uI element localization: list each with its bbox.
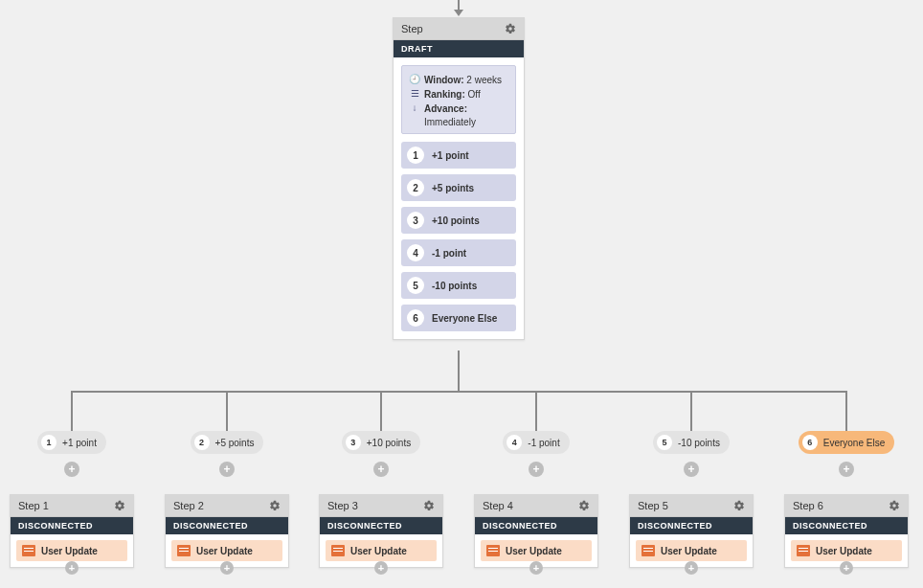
branch-number: 4 [507,435,522,450]
child-step-header: Step 3 [320,495,442,517]
entry-arrow [458,0,460,11]
child-step-title: Step 4 [483,500,513,511]
child-step-title: Step 2 [173,500,204,511]
down-arrow-icon: ↓ [410,102,419,112]
action-row[interactable]: User Update [636,540,747,561]
branch-pill[interactable]: 2+5 points [191,431,264,454]
child-step-header: Step 2 [166,495,288,517]
action-row[interactable]: User Update [171,540,282,561]
option-number: 3 [407,212,424,229]
workflow-canvas[interactable]: Step DRAFT 🕘 Window: 2 weeks ☰ Ranking: … [0,0,923,588]
action-row[interactable]: User Update [481,540,592,561]
main-step-header: Step [394,18,524,40]
child-step-card[interactable]: Step 6DISCONNECTEDUser Update+ [784,494,909,568]
child-step-status: DISCONNECTED [320,517,442,534]
action-label: User Update [506,546,562,556]
add-step-button[interactable]: + [839,462,854,477]
user-update-icon [642,545,655,556]
gear-icon[interactable] [269,500,281,511]
child-step-title: Step 5 [638,500,668,511]
gear-icon[interactable] [423,500,435,511]
gear-icon[interactable] [889,500,900,511]
branch-label: -10 points [678,438,720,448]
branch-line [690,391,692,431]
branch-number: 2 [194,435,210,450]
child-step-card[interactable]: Step 3DISCONNECTEDUser Update+ [319,494,443,568]
child-step-status: DISCONNECTED [11,517,133,534]
user-update-icon [177,545,191,556]
branch-option[interactable]: 3+10 points [401,207,516,234]
gear-icon[interactable] [578,500,590,511]
branch-option[interactable]: 1+1 point [401,142,516,169]
clock-icon: 🕘 [410,74,419,83]
branch-option[interactable]: 5-10 points [401,272,516,299]
branch-label: +10 points [367,438,411,448]
add-step-button[interactable]: + [65,561,79,575]
action-label: User Update [196,546,253,556]
child-step-status: DISCONNECTED [785,517,908,534]
option-list: 1+1 point2+5 points3+10 points4-1 point5… [394,142,524,339]
child-step-card[interactable]: Step 4DISCONNECTEDUser Update+ [474,494,598,568]
action-row[interactable]: User Update [16,540,127,561]
branch-pill[interactable]: 5-10 points [653,431,730,454]
child-step-card[interactable]: Step 1DISCONNECTEDUser Update+ [10,494,134,568]
add-step-button[interactable]: + [840,561,853,575]
branch-pill[interactable]: 4-1 point [503,431,569,454]
branch: 6Everyone Else+ [784,391,909,477]
option-number: 5 [407,277,424,294]
add-step-button[interactable]: + [684,462,699,477]
branch-pill[interactable]: 3+10 points [342,431,420,454]
child-step-card[interactable]: Step 5DISCONNECTEDUser Update+ [629,494,754,568]
action-label: User Update [41,546,98,556]
child-step-status: DISCONNECTED [475,517,597,534]
branch-line [226,391,228,431]
option-label: -10 points [432,281,477,291]
child-step-header: Step 6 [785,495,908,517]
add-step-button[interactable]: + [685,561,698,575]
gear-icon[interactable] [114,500,125,511]
branch-line [380,391,382,431]
add-step-button[interactable]: + [374,561,388,575]
branch-number: 5 [657,435,672,450]
child-step-card[interactable]: Step 2DISCONNECTEDUser Update+ [165,494,289,568]
child-step-header: Step 1 [11,495,133,517]
child-step-title: Step 1 [18,500,49,511]
add-step-button[interactable]: + [64,462,79,477]
action-label: User Update [661,546,717,556]
branch: 3+10 points+ [319,391,443,477]
add-step-button[interactable]: + [219,462,235,477]
add-step-button[interactable]: + [220,561,234,575]
user-update-icon [22,545,35,556]
add-step-button[interactable]: + [529,462,544,477]
branch-pill[interactable]: 1+1 point [37,431,106,454]
branch-line [845,391,847,431]
option-number: 1 [407,147,424,164]
action-row[interactable]: User Update [791,540,902,561]
main-step-card[interactable]: Step DRAFT 🕘 Window: 2 weeks ☰ Ranking: … [393,17,525,340]
branch-option[interactable]: 6Everyone Else [401,305,516,331]
action-label: User Update [816,546,872,556]
add-step-button[interactable]: + [529,561,543,575]
branch-option[interactable]: 2+5 points [401,174,516,201]
branch-label: +5 points [215,438,255,448]
branch: 2+5 points+ [165,391,289,477]
advance-value: Immediately [424,117,507,127]
branch: 5-10 points+ [629,391,754,477]
add-step-button[interactable]: + [373,462,389,477]
child-step-title: Step 6 [793,500,823,511]
branch-line [535,391,537,431]
branch-option[interactable]: 4-1 point [401,239,516,266]
branch-number: 6 [802,435,818,450]
option-label: Everyone Else [432,313,497,324]
connector-vertical [458,351,460,391]
branch: 4-1 point+ [474,391,598,477]
gear-icon[interactable] [733,500,745,511]
branch-pill[interactable]: 6Everyone Else [799,431,894,454]
user-update-icon [331,545,345,556]
child-step-header: Step 4 [475,495,597,517]
action-row[interactable]: User Update [326,540,437,561]
gear-icon[interactable] [505,23,516,34]
branch-label: +1 point [62,438,97,448]
user-update-icon [486,545,500,556]
child-step-header: Step 5 [630,495,753,517]
